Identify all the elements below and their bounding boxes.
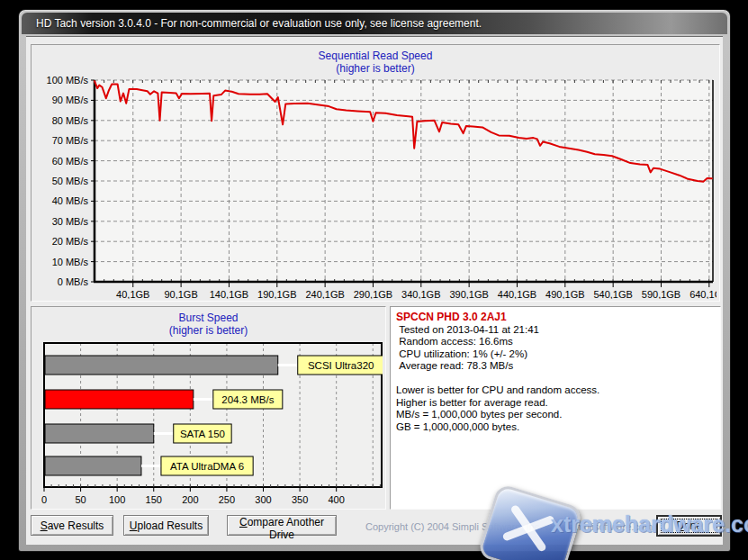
burst-speed-title: Burst Speed [32, 312, 385, 324]
svg-text:SATA 150: SATA 150 [180, 429, 225, 439]
svg-text:300: 300 [255, 494, 271, 505]
burst-speed-chart: 050100150200250300350400SCSI Ultra320204… [32, 338, 383, 507]
svg-text:400: 400 [328, 494, 344, 505]
done-button[interactable]: Done [657, 516, 721, 536]
svg-text:90 MB/s: 90 MB/s [52, 95, 89, 105]
svg-text:10 MB/s: 10 MB/s [52, 257, 89, 267]
svg-text:30 MB/s: 30 MB/s [52, 216, 89, 227]
svg-text:390,1GB: 390,1GB [449, 289, 488, 299]
hd-tach-window: HD Tach version 3.0.4.0 - For non-commer… [18, 9, 731, 552]
client-area: Sequential Read Speed (higher is better)… [26, 36, 723, 545]
sequential-read-subtitle: (higher is better) [32, 62, 719, 75]
svg-text:150: 150 [146, 494, 162, 505]
svg-text:290,1GB: 290,1GB [354, 289, 392, 299]
svg-text:40,1GB: 40,1GB [116, 289, 149, 299]
drive-info-panel: SPCCN PHD 3.0 2AJ1 Tested on 2013-04-11 … [390, 306, 721, 510]
sequential-read-title: Sequential Read Speed [32, 50, 719, 62]
svg-text:100: 100 [109, 494, 125, 505]
screen: HD Tach version 3.0.4.0 - For non-commer… [0, 0, 748, 560]
svg-text:70 MB/s: 70 MB/s [52, 135, 89, 146]
burst-speed-panel: Burst Speed (higher is better) 050100150… [31, 306, 386, 510]
compare-drive-button[interactable]: Compare Another Drive [227, 515, 337, 536]
svg-text:140,1GB: 140,1GB [210, 289, 248, 299]
sequential-read-panel: Sequential Read Speed (higher is better)… [31, 44, 720, 302]
svg-text:204.3 MB/s: 204.3 MB/s [221, 394, 274, 405]
burst-speed-subtitle: (higher is better) [32, 324, 385, 337]
svg-text:190,1GB: 190,1GB [257, 289, 296, 299]
svg-text:80 MB/s: 80 MB/s [52, 115, 89, 126]
svg-text:ATA UltraDMA 6: ATA UltraDMA 6 [170, 461, 244, 472]
titlebar[interactable]: HD Tach version 3.0.4.0 - For non-commer… [22, 13, 727, 34]
svg-text:640,1GB: 640,1GB [689, 289, 716, 299]
svg-text:50 MB/s: 50 MB/s [52, 176, 89, 186]
svg-text:490,1GB: 490,1GB [545, 289, 584, 299]
save-results-button[interactable]: Save Results [31, 515, 113, 536]
svg-text:250: 250 [219, 494, 235, 505]
svg-text:540,1GB: 540,1GB [593, 289, 632, 299]
svg-text:90,1GB: 90,1GB [164, 289, 197, 299]
svg-text:60 MB/s: 60 MB/s [52, 156, 89, 167]
copyright-text: Copyright (C) 2004 Simpli Software, Inc.… [365, 521, 653, 532]
upload-results-button[interactable]: Upload Results [123, 515, 209, 536]
svg-text:240,1GB: 240,1GB [305, 289, 344, 299]
svg-text:50: 50 [75, 494, 86, 505]
svg-text:20 MB/s: 20 MB/s [52, 236, 89, 247]
svg-text:40 MB/s: 40 MB/s [52, 195, 89, 206]
svg-text:200: 200 [182, 494, 198, 505]
sequential-read-chart: 100 MB/s90 MB/s80 MB/s70 MB/s60 MB/s50 M… [32, 76, 716, 299]
svg-text:0: 0 [41, 494, 47, 505]
svg-text:590,1GB: 590,1GB [642, 289, 680, 299]
svg-text:0 MB/s: 0 MB/s [58, 276, 89, 287]
window-title: HD Tach version 3.0.4.0 - For non-commer… [22, 13, 727, 34]
svg-text:340,1GB: 340,1GB [401, 289, 440, 299]
svg-text:100 MB/s: 100 MB/s [47, 76, 89, 86]
drive-info-text: SPCCN PHD 3.0 2AJ1 Tested on 2013-04-11 … [391, 307, 720, 438]
svg-text:SCSI Ultra320: SCSI Ultra320 [308, 360, 374, 371]
svg-text:350: 350 [292, 494, 308, 505]
svg-text:440,1GB: 440,1GB [498, 289, 536, 299]
